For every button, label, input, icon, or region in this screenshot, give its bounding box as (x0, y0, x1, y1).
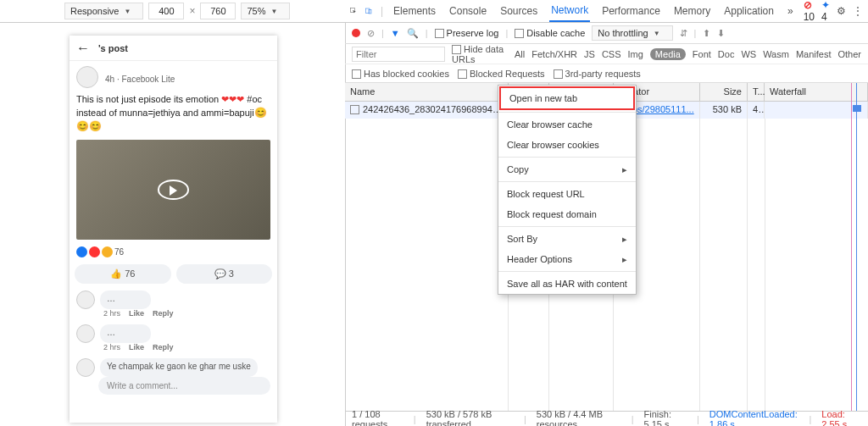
height-input[interactable]: 760 (200, 3, 236, 19)
kebab-icon[interactable]: ⋮ (853, 5, 863, 17)
upload-icon[interactable]: ⬆ (703, 28, 710, 39)
zoom-select[interactable]: 75% (241, 3, 290, 19)
reply-link[interactable]: Reply (153, 309, 174, 318)
filter-img[interactable]: Img (628, 49, 643, 59)
device-toggle-icon[interactable] (365, 5, 372, 17)
hide-data-urls[interactable]: Hide data URLs (452, 44, 508, 64)
filter-all[interactable]: All (515, 49, 525, 59)
record-icon[interactable] (352, 29, 360, 37)
post-title: 's post (98, 43, 128, 53)
video-thumbnail[interactable] (76, 140, 270, 240)
reactions-bar[interactable]: 76 (70, 243, 277, 261)
filter-font[interactable]: Font (693, 49, 711, 59)
ctx-sort-by[interactable]: Sort By (498, 229, 636, 249)
tab-application[interactable]: Application (722, 1, 776, 21)
error-count[interactable]: ⊘ 10 (804, 0, 815, 23)
ctx-header-options[interactable]: Header Options (498, 249, 636, 269)
ctx-block-domain[interactable]: Block request domain (498, 204, 636, 224)
wifi-icon[interactable]: ⇵ (680, 28, 687, 39)
filter-icon[interactable]: ▼ (391, 28, 400, 38)
col-waterfall[interactable]: Waterfall (765, 83, 868, 101)
like-link[interactable]: Like (129, 343, 144, 351)
filter-fetchxhr[interactable]: Fetch/XHR (531, 49, 577, 59)
sb-resources: 530 kB / 4.4 MB resources (537, 409, 621, 427)
avatar[interactable] (76, 358, 95, 377)
sb-load: Load: 2.55 s (821, 409, 861, 427)
write-comment[interactable]: Write a comment... (98, 377, 270, 395)
sb-finish: Finish: 5.15 s (644, 409, 687, 427)
tab-network[interactable]: Network (549, 0, 590, 22)
back-icon[interactable]: ← (76, 41, 90, 56)
svg-rect-1 (365, 8, 369, 13)
filter-wasm[interactable]: Wasm (763, 49, 789, 59)
col-size[interactable]: Size (700, 83, 748, 101)
comment-item: Ye champak ke gaon ke ghar me uske (70, 355, 277, 377)
reply-link[interactable]: Reply (153, 343, 174, 351)
comment-button[interactable]: 💬 3 (176, 264, 273, 284)
ctx-open-new-tab[interactable]: Open in new tab (501, 88, 633, 108)
post-meta: 4h · Facebook Lite (105, 75, 175, 84)
preserve-log[interactable]: Preserve log (435, 28, 499, 38)
ctx-copy[interactable]: Copy (498, 159, 636, 180)
download-icon[interactable]: ⬇ (717, 28, 725, 39)
tab-sources[interactable]: Sources (498, 1, 539, 21)
context-menu: Open in new tab Clear browser cache Clea… (498, 85, 637, 295)
filter-js[interactable]: JS (584, 49, 595, 59)
ctx-block-url[interactable]: Block request URL (498, 184, 636, 204)
filter-media[interactable]: Media (650, 48, 686, 60)
tab-more[interactable]: » (786, 1, 795, 21)
like-icon (76, 246, 87, 257)
filter-css[interactable]: CSS (602, 49, 621, 59)
waterfall-load-line (856, 83, 857, 411)
tab-memory[interactable]: Memory (672, 1, 712, 21)
filter-doc[interactable]: Doc (718, 49, 735, 59)
device-select[interactable]: Responsive (64, 3, 143, 19)
waterfall-bar (853, 105, 861, 112)
search-icon[interactable]: 🔍 (407, 28, 419, 39)
mobile-preview: ← 's post 4h · Facebook Lite This is not… (70, 36, 277, 423)
message-count[interactable]: ✦ 4 (821, 0, 830, 23)
disable-cache[interactable]: Disable cache (515, 28, 585, 38)
filter-other[interactable]: Other (837, 49, 861, 59)
waterfall-dcl-line (851, 83, 852, 411)
blocked-requests[interactable]: Blocked Requests (458, 69, 545, 79)
comment-item: … (70, 321, 277, 343)
filter-ws[interactable]: WS (741, 49, 756, 59)
sb-dcl: DOMContentLoaded: 1.86 s (709, 409, 799, 427)
sb-transferred: 530 kB / 578 kB transferred (426, 409, 514, 427)
gear-icon[interactable]: ⚙ (837, 5, 846, 17)
width-input[interactable]: 400 (148, 3, 184, 19)
comment-item: … (70, 287, 277, 309)
tab-elements[interactable]: Elements (392, 1, 437, 21)
clear-icon[interactable]: ⊘ (367, 28, 375, 39)
tab-performance[interactable]: Performance (600, 1, 662, 21)
sb-requests: 1 / 108 requests (352, 409, 403, 427)
ctx-clear-cookies[interactable]: Clear browser cookies (498, 135, 636, 155)
ctx-save-har[interactable]: Save all as HAR with content (498, 274, 636, 294)
inspect-icon[interactable] (350, 5, 357, 17)
love-icon (89, 246, 100, 257)
post-body: This is not just episode its emotion ❤❤❤… (70, 90, 277, 136)
throttling-select[interactable]: No throttling (592, 25, 672, 41)
avatar[interactable] (76, 290, 95, 309)
status-bar: 1 / 108 requests| 530 kB / 578 kB transf… (345, 411, 868, 426)
col-name[interactable]: Name (345, 83, 509, 101)
ctx-clear-cache[interactable]: Clear browser cache (498, 114, 636, 135)
filter-input[interactable] (352, 47, 445, 62)
avatar[interactable] (76, 66, 98, 88)
third-party[interactable]: 3rd-party requests (554, 69, 641, 79)
dim-sep: × (189, 5, 195, 17)
col-time[interactable]: T... (748, 83, 765, 101)
wow-icon (102, 246, 113, 257)
avatar[interactable] (76, 324, 95, 343)
play-icon (170, 185, 177, 196)
filter-manifest[interactable]: Manifest (796, 49, 832, 59)
like-link[interactable]: Like (129, 309, 144, 318)
like-button[interactable]: 👍 76 (75, 264, 171, 284)
tab-console[interactable]: Console (448, 1, 488, 21)
has-blocked-cookies[interactable]: Has blocked cookies (352, 69, 449, 79)
